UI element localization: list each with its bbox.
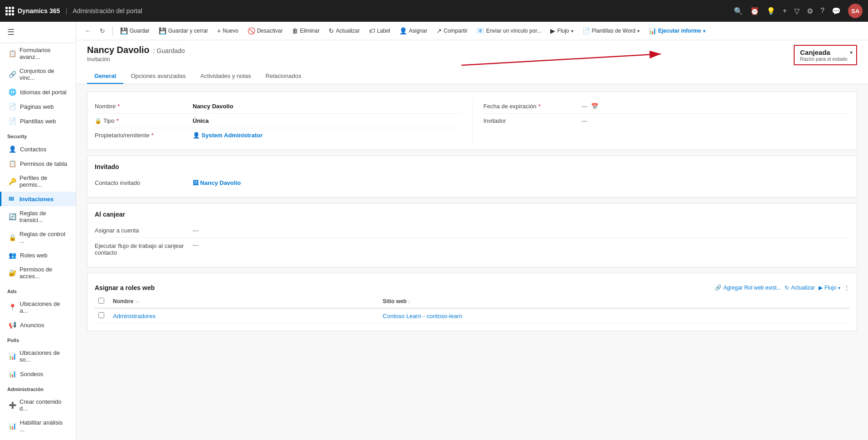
toolbar: ← ↻ 💾 Guardar 💾 Guardar y cerrar + Nuevo… xyxy=(76,22,868,40)
perfiles-icon: 🔑 xyxy=(9,178,16,185)
plantillas-word-button[interactable]: 📄 Plantillas de Word ▾ xyxy=(579,25,644,36)
sidebar-item-ubicaciones-polls[interactable]: 📊 Ubicaciones de so... xyxy=(0,346,76,367)
required-star: * xyxy=(538,103,541,110)
sidebar-item-formularios[interactable]: 📋 Formularios avanz... xyxy=(0,43,76,64)
col-sitio-web-header[interactable]: Sitio web ↓ xyxy=(379,295,849,308)
sidebar-item-paginas[interactable]: 📄 Páginas web xyxy=(0,99,76,114)
flujo-button[interactable]: ▶ Flujo ▾ xyxy=(547,25,577,36)
subgrid-flujo-button[interactable]: ▶ Flujo ▾ xyxy=(819,285,840,291)
subgrid-actions: 🔗 Agregar Rol web exist... ↻ Actualizar … xyxy=(715,285,849,291)
delete-button[interactable]: 🗑 Eliminar xyxy=(288,25,323,36)
contacto-invitado-link[interactable]: 🖼 Nancy Davolio xyxy=(193,179,241,186)
assign-button[interactable]: 👤 Asignar xyxy=(396,25,431,36)
share-button[interactable]: ↗ Compartir xyxy=(433,25,471,36)
tab-relacionados[interactable]: Relacionados xyxy=(258,69,309,84)
select-all-checkbox[interactable] xyxy=(98,298,104,304)
anuncios-icon: 📢 xyxy=(9,321,16,329)
sidebar-item-idiomas[interactable]: 🌐 Idiomas del portal xyxy=(0,85,76,99)
row-sitio-web-link[interactable]: Contoso Learn - contoso-learn xyxy=(383,313,462,319)
label-button[interactable]: 🏷 Label xyxy=(365,25,394,36)
chat-icon[interactable]: 💬 xyxy=(832,7,841,15)
field-fecha: Fecha de expiración * --- 📅 xyxy=(484,99,850,114)
update-button[interactable]: ↻ Actualizar xyxy=(325,25,364,36)
sidebar-item-permisos-tabla[interactable]: 📋 Permisos de tabla xyxy=(0,156,76,171)
sidebar-item-conjuntos[interactable]: 🔗 Conjuntos de vinc... xyxy=(0,64,76,85)
avatar[interactable]: SA xyxy=(848,4,863,18)
new-button[interactable]: + Nuevo xyxy=(213,25,242,36)
help-icon[interactable]: 💡 xyxy=(766,7,776,15)
status-chevron-icon: ▾ xyxy=(850,49,853,56)
sidebar-item-reglas-transicion[interactable]: 🔄 Reglas de transici... xyxy=(0,206,76,227)
crear-contenido-icon: ➕ xyxy=(9,401,16,409)
required-star: * xyxy=(116,117,119,124)
value-nombre: Nancy Davolio xyxy=(193,103,461,110)
ejecutar-informe-icon: 📊 xyxy=(649,27,656,34)
deactivate-button[interactable]: 🚫 Desactivar xyxy=(244,25,286,36)
sidebar-item-label: Reglas de control ... xyxy=(19,231,68,244)
refresh-nav-button[interactable]: ↻ xyxy=(96,24,109,37)
value-invitador: --- xyxy=(582,117,850,124)
filter-icon[interactable]: ▽ xyxy=(794,7,800,15)
flujo-chevron-icon: ▾ xyxy=(571,29,573,34)
send-link-button[interactable]: 📧 Enviar un vínculo por... xyxy=(473,25,545,36)
label-nombre: Nombre * xyxy=(95,103,185,110)
form-section-invitado: Invitado Contacto invitado 🖼 Nancy Davol… xyxy=(87,155,857,198)
save-close-button[interactable]: 💾 Guardar y cerrar xyxy=(155,25,212,36)
record-type: Invitación xyxy=(87,56,185,63)
value-fecha: --- 📅 xyxy=(582,103,850,110)
lock-icon: 🔒 xyxy=(95,118,102,124)
save-button[interactable]: 💾 Guardar xyxy=(116,25,153,36)
sidebar-item-roles-web[interactable]: 👥 Roles web xyxy=(0,248,76,262)
sidebar-item-plantillas[interactable]: 📄 Plantillas web xyxy=(0,114,76,128)
section-title-canjear: Al canjear xyxy=(95,211,849,218)
contactos-icon: 👤 xyxy=(9,145,16,153)
form-section-canjear: Al canjear Asignar a cuenta --- Ejecutar… xyxy=(87,203,857,267)
sidebar-item-anuncios[interactable]: 📢 Anuncios xyxy=(0,318,76,332)
propietario-link[interactable]: 👤 System Administrator xyxy=(193,132,262,139)
assign-icon: 👤 xyxy=(399,27,407,34)
field-tipo: 🔒 Tipo * Única xyxy=(95,114,461,128)
sidebar-item-perfiles[interactable]: 🔑 Perfiles de permis... xyxy=(0,171,76,192)
col-nombre-header[interactable]: Nombre ↑↓ xyxy=(109,295,379,308)
label-fecha: Fecha de expiración * xyxy=(484,103,574,110)
subgrid-table: Nombre ↑↓ Sitio web ↓ xyxy=(95,295,849,324)
agregar-rol-button[interactable]: 🔗 Agregar Rol web exist... xyxy=(715,285,781,291)
sidebar-item-ubicaciones-ads[interactable]: 📍 Ubicaciones de a... xyxy=(0,297,76,318)
question-icon[interactable]: ? xyxy=(820,7,824,15)
row-checkbox[interactable] xyxy=(98,312,104,318)
search-icon[interactable]: 🔍 xyxy=(734,7,743,15)
delete-icon: 🗑 xyxy=(292,27,298,34)
sidebar-item-contactos[interactable]: 👤 Contactos xyxy=(0,142,76,156)
label-propietario: Propietario/remitente * xyxy=(95,132,185,139)
ejecutar-informe-button[interactable]: 📊 Ejecutar informe ▾ xyxy=(645,25,709,36)
tab-general[interactable]: General xyxy=(87,69,123,84)
add-icon[interactable]: + xyxy=(783,7,787,15)
sidebar-section-admin: ➕ Crear contenido d... 📊 Habilitar análi… xyxy=(0,395,76,436)
sidebar-item-reglas-control[interactable]: 🔒 Reglas de control ... xyxy=(0,227,76,248)
tab-opciones[interactable]: Opciones avanzadas xyxy=(123,69,193,84)
sidebar-item-habilitar-analisis[interactable]: 📊 Habilitar análisis ... xyxy=(0,416,76,436)
sidebar-toggle[interactable]: ☰ xyxy=(0,22,76,43)
sidebar-item-invitaciones[interactable]: ✉ Invitaciones xyxy=(0,192,76,206)
back-button[interactable]: ← xyxy=(82,24,94,37)
subgrid-more-button[interactable]: ⋮ xyxy=(844,285,849,291)
record-saved-label: : Guardado xyxy=(153,47,185,54)
tab-actividades[interactable]: Actividades y notas xyxy=(193,69,258,84)
calendar-icon[interactable]: 📅 xyxy=(591,103,598,110)
plantillas-chevron-icon: ▾ xyxy=(637,29,640,34)
label-contacto-invitado: Contacto invitado xyxy=(95,179,185,186)
status-badge[interactable]: Canjeada Razón para el estado ▾ xyxy=(794,45,857,65)
update-icon: ↻ xyxy=(329,27,334,34)
sidebar-item-label: Roles web xyxy=(20,252,48,259)
settings-icon[interactable]: ⚙ xyxy=(807,7,813,15)
subgrid-actualizar-button[interactable]: ↻ Actualizar xyxy=(785,285,815,291)
required-star: * xyxy=(117,103,120,110)
sidebar-item-crear-contenido[interactable]: ➕ Crear contenido d... xyxy=(0,395,76,416)
informe-chevron-icon: ▾ xyxy=(703,29,705,34)
row-nombre-link[interactable]: Administradores xyxy=(113,313,155,319)
sondeos-icon: 📊 xyxy=(9,370,16,377)
app-brand[interactable]: Dynamics 365 xyxy=(5,7,60,15)
recent-icon[interactable]: ⏰ xyxy=(750,7,759,15)
sidebar-item-sondeos[interactable]: 📊 Sondeos xyxy=(0,367,76,381)
sidebar-item-permisos-acceso[interactable]: 🔐 Permisos de acces... xyxy=(0,262,76,283)
